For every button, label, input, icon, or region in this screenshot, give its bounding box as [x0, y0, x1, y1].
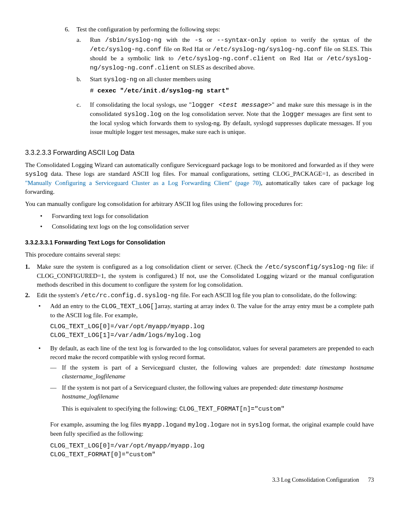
bullet-icon: • — [38, 212, 52, 221]
link-manual-config[interactable]: "Manually Configuring a Serviceguard Clu… — [25, 180, 261, 186]
dash-icon: — — [50, 363, 62, 381]
footer-section: 3.3 Log Consolidation Configuration — [272, 477, 359, 483]
bullet-icon: • — [37, 344, 50, 462]
step-6b-body: Start syslog-ng on all cluster members u… — [90, 75, 372, 98]
bullet-icon: • — [37, 302, 50, 342]
bullet-fwd-text-logs: Forwarding text logs for consolidation — [52, 212, 374, 221]
dash-2: If the system is not part of a Servicegu… — [62, 383, 374, 417]
step-6-number: 6. — [65, 25, 77, 139]
step-2-bullets: • Add an entry to the CLOG_TEXT_LOG[]arr… — [37, 302, 374, 462]
step-2-b2: By default, as each line of the text log… — [50, 344, 374, 462]
heading-332331: 3.3.2.3.3.1 Forwarding Text Logs for Con… — [25, 239, 374, 247]
steps-332331: 1. Make sure the system is configured as… — [25, 262, 374, 463]
para-33233-2: You can manually configure log consolida… — [25, 200, 374, 208]
step-2-b2-post: For example, assuming the log files myap… — [50, 420, 374, 438]
footer-page-number: 73 — [368, 477, 374, 483]
step-6b-command: # cexec "/etc/init.d/syslog-ng start" — [90, 87, 372, 95]
para-33233-1: The Consolidated Logging Wizard can auto… — [25, 161, 374, 196]
dash-1: If the system is part of a Serviceguard … — [62, 363, 374, 381]
heading-33233: 3.3.2.3.3 Forwarding ASCII Log Data — [25, 148, 374, 157]
step-6a-body: Run /sbin/syslog-ng with the -s or --syn… — [90, 36, 372, 72]
step-1-body: Make sure the system is configured as a … — [37, 262, 374, 289]
code-clog-text-format: CLOG_TEXT_LOG[0]=/var/opt/myapp/myapp.lo… — [50, 442, 374, 459]
step-2-b2-dashes: — If the system is part of a Serviceguar… — [50, 363, 374, 417]
step-2-number: 2. — [25, 291, 37, 463]
step-6b-label: b. — [77, 75, 90, 98]
code-clog-text-log: CLOG_TEXT_LOG[0]=/var/opt/myapp/myapp.lo… — [50, 322, 374, 340]
step-1-number: 1. — [25, 262, 37, 289]
bullet-list-33233: •Forwarding text logs for consolidation … — [38, 212, 374, 231]
para-332331-intro: This procedure contains several steps: — [25, 250, 374, 259]
page-footer: 3.3 Log Consolidation Configuration 73 — [25, 476, 374, 484]
bullet-icon: • — [38, 222, 52, 231]
step-6-text: Test the configuration by performing the… — [77, 25, 372, 34]
step-2-body: Edit the system's /etc/rc.config.d.syslo… — [37, 291, 374, 463]
step-2-b1: Add an entry to the CLOG_TEXT_LOG[]array… — [50, 302, 374, 342]
step-6a-label: a. — [77, 36, 90, 72]
dash-icon: — — [50, 383, 62, 417]
step-6c-label: c. — [77, 100, 90, 136]
step-6-substeps: a. Run /sbin/syslog-ng with the -s or --… — [77, 36, 372, 136]
step-6-list: 6. Test the configuration by performing … — [65, 25, 372, 139]
step-6c-body: If consolidating the local syslogs, use … — [90, 100, 372, 136]
bullet-consolidating: Consolidating text logs on the log conso… — [52, 222, 374, 231]
